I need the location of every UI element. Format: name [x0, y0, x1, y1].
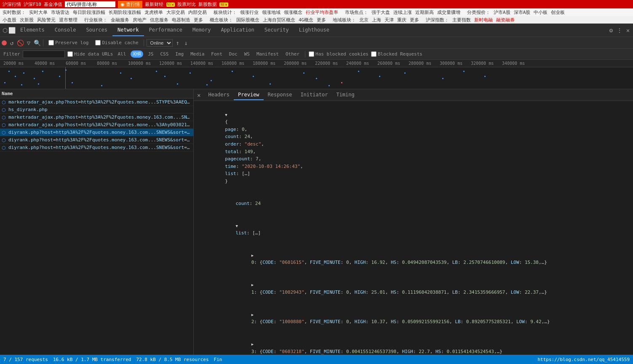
hide-data-urls-label[interactable]: Hide data URLs [67, 51, 113, 57]
network-item-3[interactable]: ⬡ marketradar_ajax.php?host=http%3A%2F%2… [0, 114, 193, 121]
filter-css[interactable]: CSS [158, 50, 171, 58]
nav2-leading-industry[interactable]: 领涨行业 [240, 9, 259, 15]
nav1-newstock[interactable]: 新股数据 NEW [198, 1, 228, 8]
filter-js[interactable]: JS [146, 50, 155, 58]
nav2-block[interactable]: 大宗交易 [166, 9, 185, 15]
network-item-7[interactable]: ⬡ diyrank.php?host=http%3A%2F%2Fquotes.m… [0, 144, 193, 151]
nav3-more1[interactable]: 更多 [194, 17, 203, 22]
tab-application[interactable]: Application [216, 24, 259, 36]
nav3-risk[interactable]: 风险警元 [37, 17, 56, 22]
nav3-newtime[interactable]: 新时电融 [474, 17, 493, 22]
nav2-leading-concept[interactable]: 领涨概念 [284, 9, 302, 15]
item3-expand[interactable] [251, 340, 256, 348]
tab-sources[interactable]: Sources [81, 24, 112, 36]
nav3-delist[interactable]: 退市整理 [59, 17, 77, 22]
tab-timing[interactable]: Timing [332, 90, 358, 100]
nav2-shenzhen-a[interactable]: 深市A股 [514, 9, 531, 15]
filter-ws[interactable]: WS [242, 50, 252, 58]
more-icon[interactable]: ⋮ [616, 27, 623, 34]
filter-font[interactable]: Font [209, 50, 224, 58]
network-item-4[interactable]: ⬡ marketradar_ajax.php?host=http%3A%2F%2… [0, 121, 193, 129]
item2-expand[interactable] [251, 311, 256, 319]
nav2-pe[interactable]: 行业平均市盈率 [306, 9, 338, 15]
has-blocked-checkbox[interactable] [309, 51, 314, 57]
tab-security[interactable]: Security [259, 24, 294, 36]
clear-icon[interactable]: 🚫 [17, 40, 24, 46]
nav2-daily[interactable]: 每日阶段涨跌幅 [73, 9, 105, 15]
close-icon[interactable]: ✕ [625, 27, 631, 34]
network-item-1[interactable]: ⬡ marketradar_ajax.php?host=http%3A%2F%2… [0, 98, 193, 106]
nav2-realtime-big[interactable]: 实时大单 [29, 9, 48, 15]
tab-headers[interactable]: Headers [204, 90, 234, 100]
nav1-finance[interactable]: 最新财经 NEW [145, 1, 175, 8]
network-item-5[interactable]: ⬡ diyrank.php?host=http%3A%2F%2Fquotes.m… [0, 129, 193, 136]
import-icon[interactable]: ↑ [174, 40, 181, 46]
preserve-log-label[interactable]: Preserve log [46, 39, 91, 46]
nav2-volume[interactable]: 成交量骤增 [437, 9, 460, 15]
nav2-strong[interactable]: 强于大盘 [371, 9, 390, 15]
nav2-radar[interactable]: 市场雷达 [51, 9, 69, 15]
nav3-shanghai[interactable]: 上海 [372, 17, 381, 22]
tab-network[interactable]: Network [112, 24, 144, 36]
item0-expand[interactable] [251, 252, 256, 259]
tab-lighthouse[interactable]: Lighthouse [294, 24, 334, 36]
nav3-more2[interactable]: 更多 [317, 17, 326, 22]
nav2-leading-geo[interactable]: 领涨地域 [262, 9, 280, 15]
filter-all[interactable]: All [115, 50, 128, 58]
filter-xhr[interactable]: XHR [131, 50, 143, 58]
nav3-mainindex[interactable]: 主要指数 [452, 17, 471, 22]
tab-elements[interactable]: Elements [15, 24, 50, 36]
device-icon[interactable]: ⬜ [8, 27, 15, 34]
preserve-log-checkbox[interactable] [48, 40, 54, 45]
record-button[interactable] [2, 40, 7, 45]
nav2-small[interactable]: 中小板 [534, 9, 548, 15]
nav3-newshare[interactable]: 次新股 [20, 17, 34, 22]
nav3-finance[interactable]: 金融服务 [111, 17, 129, 22]
list-expand[interactable] [235, 222, 240, 230]
nav3-shanghai-ftz[interactable]: 上海自贸区概念 [263, 17, 295, 22]
nav3-chongqing[interactable]: 重庆 [397, 17, 406, 22]
nav2-shanghai-a[interactable]: 沪市A股 [494, 9, 510, 15]
detail-close-button[interactable]: ✕ [197, 92, 200, 98]
nav1-compare[interactable]: 股票对比 [177, 1, 196, 8]
timeline[interactable]: 20000 ms 40000 ms 60000 ms 80000 ms 1000… [0, 60, 633, 89]
nav3-electric[interactable]: 电器制造 [172, 17, 190, 22]
nav3-intl[interactable]: 国际股概念 [236, 17, 259, 22]
nav3-smallcap[interactable]: 小盘股 [3, 17, 16, 22]
nav1-f10[interactable]: 沪深F10 [24, 1, 41, 8]
search-button[interactable]: ◉ 查行情 [118, 1, 142, 8]
nav3-tianjin[interactable]: 天津 [385, 17, 394, 22]
nav3-beijing[interactable]: 北京 [359, 17, 369, 22]
tab-response[interactable]: Response [264, 90, 296, 100]
nav2-growth[interactable]: 创业板 [551, 9, 565, 15]
inspect-icon[interactable]: ⬡ [2, 27, 8, 34]
nav3-margin[interactable]: 融资融券 [496, 17, 515, 22]
nav3-4g[interactable]: 4G概念 [299, 17, 313, 22]
nav2-dragon[interactable]: 龙虎榜单 [144, 9, 163, 15]
filter-input[interactable] [23, 50, 65, 58]
filter-icon[interactable]: ▽ [25, 40, 32, 46]
nav1-shenzhen[interactable]: 沪深行情 [3, 1, 21, 8]
filter-manifest[interactable]: Manifest [254, 50, 281, 58]
network-item-2[interactable]: ⬡ hs_diyrank.php [0, 106, 193, 114]
timeline-graph[interactable] [0, 67, 633, 89]
nav2-high[interactable]: 近期新高 [415, 9, 434, 15]
root-expand[interactable] [225, 111, 229, 119]
export-icon[interactable]: ↓ [183, 40, 190, 46]
tab-performance[interactable]: Performance [144, 24, 187, 36]
search-icon[interactable]: 🔍 [34, 40, 40, 46]
refresh-icon[interactable]: ↺ [8, 40, 15, 46]
search-input[interactable] [65, 1, 115, 7]
detail-content-preview[interactable]: { page: 0, count: 24, order: "desc", tot… [194, 101, 633, 355]
filter-img[interactable]: Img [173, 50, 186, 58]
hide-data-urls-checkbox[interactable] [67, 51, 73, 57]
settings-icon[interactable]: ⚙ [608, 27, 614, 34]
disable-cache-label[interactable]: Disable cache [93, 39, 141, 46]
network-item-6[interactable]: ⬡ diyrank.php?host=http%3A%2F%2Fquotes.m… [0, 136, 193, 144]
nav2-longterm[interactable]: 长期阶段涨跌幅 [109, 9, 141, 15]
nav2-insider[interactable]: 内部交易 [188, 9, 207, 15]
filter-media[interactable]: Media [188, 50, 206, 58]
tab-memory[interactable]: Memory [187, 24, 216, 36]
has-blocked-label[interactable]: Has blocked cookies [309, 51, 369, 57]
filter-doc[interactable]: Doc [227, 50, 240, 58]
